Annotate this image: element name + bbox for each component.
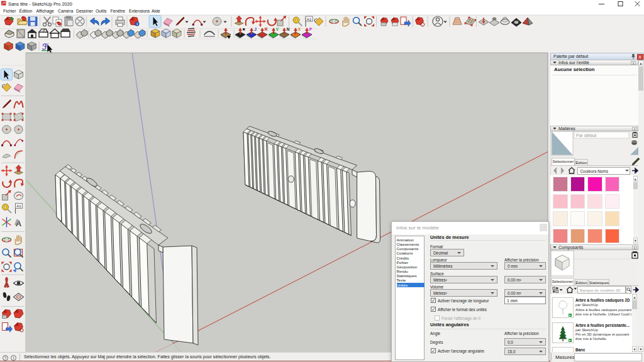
svg-text:Extensions: Extensions [129, 9, 150, 13]
svg-text:A: A [14, 217, 21, 227]
svg-text:Outils: Outils [96, 9, 107, 13]
svg-text:Fichier: Fichier [3, 9, 16, 13]
svg-text:Aide: Aide [152, 9, 160, 13]
svg-text:A1: A1 [16, 204, 21, 208]
svg-text:Sans titre - SketchUp Pro 2020: Sans titre - SketchUp Pro 2020 [8, 1, 72, 7]
svg-text:A1: A1 [307, 18, 312, 21]
svg-text:V: V [276, 27, 279, 31]
svg-text:X: X [298, 27, 301, 31]
svg-text:N: N [287, 27, 290, 31]
svg-text:R: R [265, 27, 268, 31]
svg-text:Dessiner: Dessiner [76, 9, 94, 13]
svg-text:Affichage: Affichage [36, 9, 54, 14]
svg-text:Édition: Édition [19, 8, 33, 13]
svg-text:Caméra: Caméra [58, 9, 73, 13]
svg-text:Par défaut: Par défaut [576, 133, 596, 138]
svg-text:J: J [254, 27, 257, 31]
svg-text:P: P [309, 27, 313, 31]
svg-text:Fenêtre: Fenêtre [111, 9, 126, 13]
